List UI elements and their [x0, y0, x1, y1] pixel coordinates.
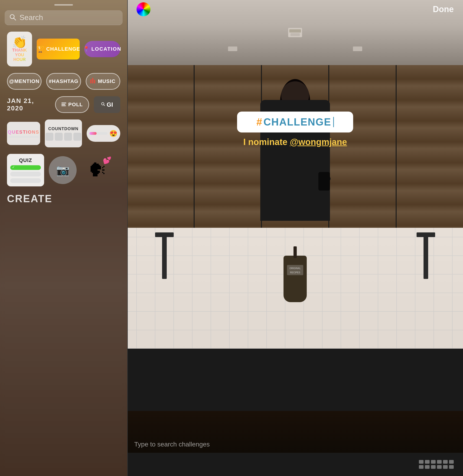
- color-picker-button[interactable]: [136, 2, 151, 16]
- quiz-sticker[interactable]: QUIZ ✓: [7, 154, 44, 186]
- panel-divider: [127, 0, 128, 476]
- location-text: LOCATION: [91, 46, 121, 52]
- music-bars-icon: [90, 78, 96, 85]
- poll-sticker[interactable]: POLL: [55, 96, 89, 113]
- mention-text: @MENTION: [9, 78, 39, 84]
- key-1: [419, 460, 424, 464]
- nominate-text-label: I nominate: [243, 137, 290, 147]
- smoke-detector: [288, 28, 302, 37]
- emoji-slider-sticker[interactable]: 😍: [87, 125, 120, 142]
- key-2: [425, 460, 429, 464]
- key-6: [449, 460, 454, 464]
- countdown-sticker[interactable]: COUNTDOWN: [45, 119, 82, 147]
- key-10: [437, 465, 442, 469]
- svg-line-1: [14, 18, 16, 20]
- hashtag-sticker[interactable]: #HASHTAG: [46, 73, 81, 90]
- keyboard-icon: [419, 460, 454, 469]
- quiz-option-1: [10, 172, 41, 176]
- sticker-row-2: @MENTION #HASHTAG MUSIC: [7, 73, 120, 90]
- location-pin-icon: 📍: [83, 46, 89, 52]
- sticker-row-6: CREATE: [7, 193, 120, 204]
- countdown-block-2: [55, 133, 63, 141]
- sticker-grid: 👏 THANK YOU HOUR 🏆 CHALLENGE 📍 LOCATION: [5, 32, 123, 204]
- challenge-hash: #: [256, 116, 262, 128]
- camera-sticker[interactable]: 📷: [49, 156, 77, 184]
- questions-line: [9, 136, 38, 137]
- quiz-title: QUIZ: [19, 157, 32, 163]
- key-7: [419, 465, 424, 469]
- questions-sticker[interactable]: QUESTIONS: [7, 122, 40, 145]
- nominate-prefix: I nominate @wongmjane: [243, 137, 347, 147]
- countdown-block-4: [73, 133, 81, 141]
- countdown-blocks: [45, 133, 81, 141]
- challenge-overlay: # CHALLENGE I nominate @wongmjane: [237, 111, 353, 147]
- key-11: [443, 465, 448, 469]
- create-text: CREATE: [7, 193, 53, 204]
- wood-panel-5: [397, 65, 463, 228]
- quiz-option-correct: ✓: [10, 165, 41, 170]
- search-icon: [9, 14, 16, 22]
- challenge-word: CHALLENGE: [264, 116, 331, 128]
- date-sticker[interactable]: JAN 21, 2020: [7, 97, 50, 112]
- soap-dispenser: ORIGINAL RECIPES: [284, 256, 307, 302]
- soap-label-text: ORIGINAL RECIPES: [290, 267, 301, 274]
- hashtag-text: #HASHTAG: [49, 78, 78, 84]
- mouth-sticker[interactable]: 🗣 💕: [81, 154, 114, 186]
- create-sticker[interactable]: CREATE: [7, 193, 53, 204]
- person-reflection: [249, 81, 342, 221]
- phone-in-hand: [318, 172, 330, 191]
- sticker-row-5: QUIZ ✓ 📷 🗣 💕: [7, 154, 120, 186]
- svg-rect-3: [92, 78, 93, 83]
- poll-icon: [61, 101, 66, 108]
- music-sticker[interactable]: MUSIC: [86, 73, 120, 90]
- trophy-icon: 🏆: [36, 45, 44, 53]
- date-text: JAN 21, 2020: [7, 97, 50, 112]
- drag-handle: [54, 4, 73, 6]
- svg-rect-2: [90, 79, 91, 83]
- nominate-username: @wongmjane: [290, 137, 347, 147]
- key-9: [431, 465, 436, 469]
- gif-sticker[interactable]: GI: [94, 96, 120, 113]
- gif-text: GI: [107, 101, 113, 108]
- slider-emoji: 😍: [109, 130, 117, 137]
- bottom-search-placeholder: Type to search challenges: [134, 441, 210, 448]
- keyboard-indicator: [127, 453, 463, 476]
- questions-text: QUESTIONS: [8, 129, 39, 135]
- thank-you-hour-sticker[interactable]: 👏 THANK YOU HOUR: [7, 32, 32, 66]
- challenge-sticker[interactable]: 🏆 CHALLENGE: [37, 39, 80, 59]
- mention-sticker[interactable]: @MENTION: [7, 73, 42, 90]
- thank-you-emoji: 👏: [12, 36, 27, 48]
- wood-panel-1: [127, 65, 194, 228]
- countdown-text: COUNTDOWN: [48, 127, 79, 131]
- key-8: [425, 465, 429, 469]
- top-bar: Done: [127, 0, 463, 18]
- soap-pump: [294, 246, 297, 258]
- svg-line-9: [104, 105, 105, 106]
- smoke-detector-top: [289, 29, 301, 33]
- bottom-search-area: Type to search challenges: [127, 441, 463, 448]
- key-12: [449, 465, 454, 469]
- faucet-left: [162, 232, 167, 279]
- ceiling-light-right: [353, 46, 362, 51]
- key-3: [431, 460, 436, 464]
- search-bar[interactable]: Search: [5, 10, 123, 25]
- location-sticker[interactable]: 📍 LOCATION: [84, 41, 120, 57]
- ceiling-light-left: [228, 46, 237, 51]
- done-button[interactable]: Done: [433, 4, 454, 14]
- challenge-cursor: [333, 117, 334, 127]
- sticker-row-3: JAN 21, 2020 POLL: [7, 96, 120, 113]
- thank-you-text: THANK YOU HOUR: [9, 48, 30, 62]
- countdown-block-3: [64, 133, 72, 141]
- slider-bar: [89, 132, 107, 135]
- soap-label: ORIGINAL RECIPES: [287, 265, 303, 275]
- sticker-picker-panel: Search 👏 THANK YOU HOUR 🏆 CHALLENGE 📍: [0, 0, 127, 476]
- challenge-badge[interactable]: # CHALLENGE: [237, 111, 353, 132]
- sticker-row-4: QUESTIONS COUNTDOWN: [7, 119, 120, 147]
- key-5: [443, 460, 448, 464]
- nominate-line: I nominate @wongmjane: [243, 137, 347, 147]
- challenge-text: CHALLENGE: [46, 46, 80, 52]
- search-input[interactable]: Search: [19, 13, 43, 22]
- sticker-row-1: 👏 THANK YOU HOUR 🏆 CHALLENGE 📍 LOCATION: [7, 32, 120, 66]
- music-text: MUSIC: [98, 78, 116, 84]
- smoke-detector-bottom: [291, 33, 300, 36]
